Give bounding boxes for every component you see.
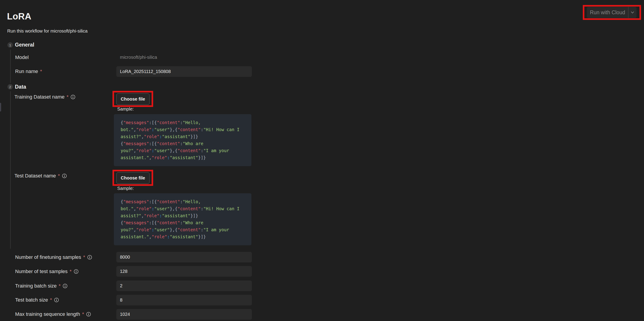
test-dataset-label-text: Test Dataset name — [14, 172, 56, 179]
required-asterisk: * — [82, 311, 84, 317]
test-batch-size-input[interactable] — [116, 295, 252, 305]
page-title: LoRA — [7, 11, 32, 22]
section-guide-line — [10, 50, 10, 83]
run-name-input[interactable] — [116, 66, 252, 77]
training-dataset-label-text: Training Dataset name — [14, 94, 64, 100]
test-sample-code-block: {"messages":[{"content":"Hello,bot.","ro… — [114, 193, 252, 245]
chevron-down-icon — [630, 11, 635, 14]
run-with-cloud-label: Run with Cloud — [587, 7, 628, 18]
lora-workflow-page: LoRA Run this workflow for microsoft/phi… — [0, 0, 644, 321]
finetuning-samples-label-text: Number of finetuning samples — [15, 254, 81, 261]
section-step-badge: 1 — [8, 42, 13, 48]
training-dataset-label: Training Dataset name * — [14, 94, 76, 100]
section-step-number: 1 — [9, 43, 11, 47]
run-with-cloud-button[interactable]: Run with Cloud — [587, 7, 636, 18]
info-icon[interactable] — [54, 297, 59, 302]
test-batch-size-label-text: Test batch size — [15, 296, 48, 303]
required-asterisk: * — [50, 296, 52, 303]
info-icon[interactable] — [70, 95, 76, 100]
run-options-dropdown[interactable] — [628, 7, 636, 18]
training-batch-size-label-text: Training batch size — [15, 282, 57, 289]
required-asterisk: * — [83, 254, 85, 261]
finetuning-samples-label: Number of finetuning samples * — [15, 254, 92, 261]
training-batch-size-label: Training batch size * — [15, 282, 68, 289]
max-sequence-length-label: Max training sequence length * — [15, 311, 91, 317]
required-asterisk: * — [70, 268, 72, 275]
required-asterisk: * — [67, 94, 69, 100]
model-label: Model — [15, 54, 29, 61]
max-sequence-length-label-text: Max training sequence length — [15, 311, 80, 317]
test-choose-file-button[interactable]: Choose file — [116, 172, 150, 184]
page-subtitle: Run this workflow for microsoft/phi-sili… — [7, 29, 88, 34]
info-icon[interactable] — [87, 255, 92, 260]
section-step-number: 2 — [9, 85, 11, 89]
section-title-general: General — [15, 42, 34, 48]
test-batch-size-label: Test batch size * — [15, 296, 59, 303]
training-sample-code-block: {"messages":[{"content":"Hello,bot.","ro… — [114, 114, 252, 166]
info-icon[interactable] — [74, 269, 78, 274]
info-icon[interactable] — [62, 283, 68, 288]
section-title-data: Data — [15, 84, 26, 90]
training-sample-label: Sample: — [117, 107, 134, 112]
test-dataset-label: Test Dataset name * — [14, 172, 67, 179]
required-asterisk: * — [40, 68, 42, 75]
left-edge-scroll-indicator[interactable] — [0, 103, 1, 111]
finetuning-samples-input[interactable] — [116, 252, 252, 262]
test-samples-input[interactable] — [116, 266, 252, 277]
test-sample-label: Sample: — [117, 186, 134, 191]
info-icon[interactable] — [62, 173, 67, 178]
required-asterisk: * — [58, 172, 60, 179]
info-icon[interactable] — [86, 312, 91, 317]
run-name-label: Run name * — [15, 68, 42, 75]
model-value: microsoft/phi-silica — [120, 54, 157, 61]
max-sequence-length-input[interactable] — [116, 309, 252, 320]
training-choose-file-button[interactable]: Choose file — [116, 93, 150, 105]
training-batch-size-input[interactable] — [116, 280, 252, 291]
section-guide-line — [10, 91, 10, 249]
section-step-badge: 2 — [8, 84, 13, 90]
test-samples-label: Number of test samples * — [15, 268, 78, 275]
run-name-label-text: Run name — [15, 68, 38, 75]
model-label-text: Model — [15, 54, 29, 61]
required-asterisk: * — [59, 282, 61, 289]
test-samples-label-text: Number of test samples — [15, 268, 68, 275]
